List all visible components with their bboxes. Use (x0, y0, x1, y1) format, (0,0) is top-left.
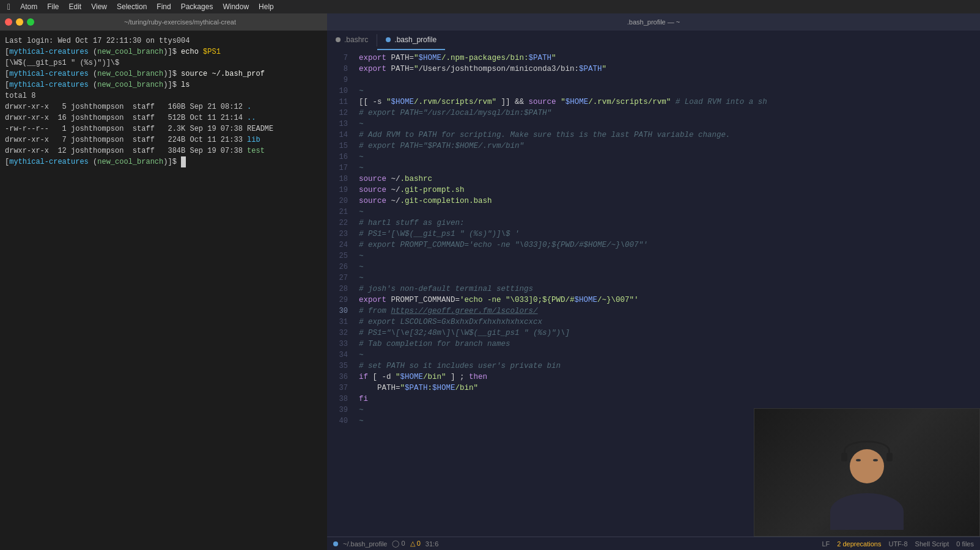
code-line-16: ~ (359, 152, 980, 163)
code-line-35: # set PATH so it includes user's private… (359, 361, 980, 372)
terminal-line: drwxr-xr-x 7 joshthompson staff 224B Oct… (5, 134, 322, 145)
terminal-minimize-button[interactable] (16, 18, 23, 26)
code-line-22: # hartl stuff as given: (359, 218, 980, 229)
apple-menu[interactable]:  (7, 2, 10, 12)
terminal-content[interactable]: Last login: Wed Oct 17 22:11:30 on ttys0… (0, 31, 327, 550)
status-errors: ◯ 0 (392, 540, 405, 548)
terminal-line: drwxr-xr-x 16 joshthompson staff 512B Oc… (5, 112, 322, 123)
terminal-line: Last login: Wed Oct 17 22:11:30 on ttys0… (5, 35, 322, 46)
editor-window-title: .bash_profile — ~ (334, 18, 973, 26)
code-line-29: export PROMPT_COMMAND='echo -ne "\033]0;… (359, 295, 980, 306)
status-cursor: 31:6 (426, 540, 438, 548)
code-line-30: # from https://geoff.greer.fm/lscolors/ (359, 306, 980, 317)
editor-title-bar: .bash_profile — ~ (327, 13, 980, 31)
code-line-24: # export PROMPT_COMMAND='echo -ne "\033]… (359, 240, 980, 251)
terminal-line: drwxr-xr-x 5 joshthompson staff 160B Sep… (5, 101, 322, 112)
terminal-title: ~/turing/ruby-exercises/mythical-creat (38, 18, 322, 26)
editor-wrapper: .bash_profile — ~ .bashrc .bash_profile … (327, 13, 980, 550)
code-line-34: ~ (359, 350, 980, 361)
code-line-12: # export PATH="/usr/local/mysql/bin:$PAT… (359, 108, 980, 119)
code-line-26: ~ (359, 262, 980, 273)
code-line-8: export PATH="/Users/joshthompson/minicon… (359, 64, 980, 75)
code-line-31: # export LSCOLORS=GxBxhxDxfxhxhxhxhxcxcx (359, 317, 980, 328)
code-line-13: ~ (359, 119, 980, 130)
code-line-36: if [ -d "$HOME/bin" ] ; then (359, 372, 980, 383)
tab-bashrc[interactable]: .bashrc (327, 31, 377, 50)
tab-bashrc-label: .bashrc (344, 35, 368, 44)
code-line-23: # PS1='[\W$(__git_ps1 " (%s)")]\$ ' (359, 229, 980, 240)
terminal-line: [\W$(__git_ps1 " (%s)")]\$ (5, 57, 322, 68)
status-filepath: ~/.bash_profile (343, 540, 387, 548)
editor-tabs: .bashrc .bash_profile (327, 31, 980, 50)
code-line-18: source ~/.bashrc (359, 174, 980, 185)
code-line-21: ~ (359, 207, 980, 218)
tab-dot-bash-profile (386, 37, 391, 42)
status-grammar: Shell Script (915, 540, 949, 548)
webcam-content (754, 409, 979, 536)
status-right: LF 2 deprecations UTF-8 Shell Script 0 f… (822, 540, 974, 548)
code-line-7: export PATH="$HOME/.npm-packages/bin:$PA… (359, 53, 980, 64)
menu-view[interactable]: View (91, 2, 107, 11)
menu-find[interactable]: Find (157, 2, 171, 11)
code-line-27: ~ (359, 273, 980, 284)
terminal-prompt-line: [mythical-creatures (new_cool_branch)]$ (5, 156, 322, 167)
terminal-close-button[interactable] (5, 18, 12, 26)
terminal-line: drwxr-xr-x 12 joshthompson staff 384B Se… (5, 145, 322, 156)
code-line-17: ~ (359, 163, 980, 174)
code-line-25: ~ (359, 251, 980, 262)
menu-help[interactable]: Help (259, 2, 274, 11)
code-line-20: source ~/.git-completion.bash (359, 196, 980, 207)
tab-bash-profile[interactable]: .bash_profile (377, 31, 445, 50)
status-encoding: UTF-8 (888, 540, 907, 548)
terminal-title-bar: ~/turing/ruby-exercises/mythical-creat (0, 13, 327, 31)
main-layout: ~/turing/ruby-exercises/mythical-creat L… (0, 13, 980, 550)
code-line-32: # PS1="\[\e[32;48m\]\[\W$(__git_ps1 " (%… (359, 328, 980, 339)
terminal-line: [mythical-creatures (new_cool_branch)]$ … (5, 68, 322, 79)
menu-window[interactable]: Window (223, 2, 249, 11)
menu-selection[interactable]: Selection (117, 2, 147, 11)
status-left: ~/.bash_profile ◯ 0 △ 0 31:6 (333, 540, 814, 548)
code-line-15: # export PATH="$PATH:$HOME/.rvm/bin" (359, 141, 980, 152)
code-line-11: [[ -s "$HOME/.rvm/scripts/rvm" ]] && sou… (359, 97, 980, 108)
menu-edit[interactable]: Edit (68, 2, 81, 11)
status-files: 0 files (956, 540, 974, 548)
menu-file[interactable]: File (47, 2, 59, 11)
code-line-19: source ~/.git-prompt.sh (359, 185, 980, 196)
system-menu-bar:  Atom File Edit View Selection Find Pac… (0, 0, 980, 13)
terminal-line: total 8 (5, 90, 322, 101)
code-line-38: fi (359, 394, 980, 405)
terminal-maximize-button[interactable] (27, 18, 34, 26)
status-eol: LF (822, 540, 830, 548)
terminal-panel: ~/turing/ruby-exercises/mythical-creat L… (0, 13, 327, 550)
terminal-line: [mythical-creatures (new_cool_branch)]$ … (5, 79, 322, 90)
status-dot (333, 541, 338, 546)
menu-packages[interactable]: Packages (181, 2, 213, 11)
tab-bash-profile-label: .bash_profile (394, 35, 437, 44)
menu-atom[interactable]: Atom (20, 2, 37, 11)
status-deprecations: 2 deprecations (837, 540, 881, 548)
status-warnings: △ 0 (410, 540, 421, 548)
status-bar: ~/.bash_profile ◯ 0 △ 0 31:6 LF 2 deprec… (327, 537, 980, 550)
terminal-line: -rw-r--r-- 1 joshthompson staff 2.3K Sep… (5, 123, 322, 134)
tab-dot-bashrc (336, 37, 341, 42)
webcam-overlay (754, 408, 980, 537)
code-line-28: # josh's non-default terminal settings (359, 284, 980, 295)
code-line-9 (359, 75, 980, 86)
code-line-33: # Tab completion for branch names (359, 339, 980, 350)
terminal-line: [mythical-creatures (new_cool_branch)]$ … (5, 46, 322, 57)
code-line-14: # Add RVM to PATH for scripting. Make su… (359, 130, 980, 141)
code-line-37: PATH="$PATH:$HOME/bin" (359, 383, 980, 394)
code-line-10: ~ (359, 86, 980, 97)
line-numbers: 7 8 9 10 11 12 13 14 15 16 17 18 19 20 2… (327, 50, 354, 537)
